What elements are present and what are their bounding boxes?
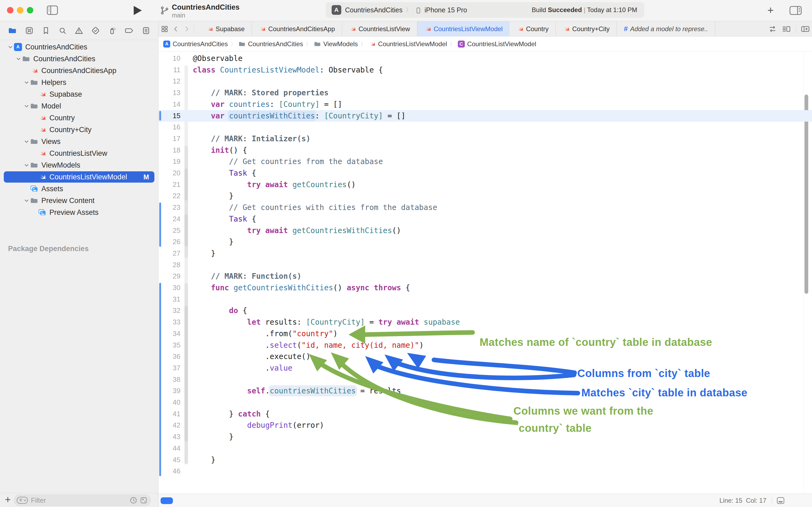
filter-field[interactable]: Filter [14, 495, 151, 506]
sidebar-item-supabase[interactable]: Supabase [0, 88, 158, 100]
sidebar-item-preview-assets[interactable]: Preview Assets [0, 207, 158, 218]
code-line-33[interactable]: let results: [CountryCity] = try await s… [193, 316, 460, 328]
disclosure-chevron-icon[interactable] [15, 56, 22, 62]
package-dependencies-header[interactable]: Package Dependencies [8, 245, 89, 253]
code-line-37[interactable]: .value [193, 362, 292, 374]
tab-countrieslistviewmodel[interactable]: CountriesListViewModel [417, 21, 510, 37]
bookmarks-icon[interactable] [41, 26, 51, 35]
minimap-toggle-icon[interactable] [776, 497, 785, 505]
breadcrumb-item-countriesandcities[interactable]: ACountriesAndCities [163, 40, 228, 48]
scheme-target[interactable]: CountriesAndCities [345, 6, 403, 14]
disclosure-chevron-icon[interactable] [7, 44, 14, 50]
tab-supabase[interactable]: Supabase [199, 21, 252, 37]
code-line-36[interactable]: .execute() [193, 351, 310, 362]
source-control-change-bar[interactable] [159, 283, 161, 476]
tab-countrieslistview[interactable]: CountriesListView [342, 21, 417, 37]
editor-layout-icon[interactable] [789, 5, 802, 15]
code-line-21[interactable]: try await getCountries() [193, 179, 356, 190]
sidebar-item-model[interactable]: Model [0, 100, 158, 112]
sidebar-item-countriesandcitiesapp[interactable]: CountriesAndCitiesApp [0, 65, 158, 76]
code-line-29[interactable]: // MARK: Function(s) [193, 270, 301, 282]
tab-country[interactable]: Country [510, 21, 556, 37]
breadcrumb-item-viewmodels[interactable]: ViewModels [314, 40, 358, 48]
back-icon[interactable] [172, 25, 179, 33]
disclosure-chevron-icon[interactable] [23, 79, 30, 86]
add-file-button[interactable]: + [5, 494, 11, 505]
code-line-13[interactable]: // MARK: Stored properties [193, 87, 329, 99]
sidebar-item-helpers[interactable]: Helpers [0, 76, 158, 88]
disclosure-chevron-icon[interactable] [23, 103, 30, 109]
breadcrumb-item-countrieslistviewmodel[interactable]: CountriesListViewModel [369, 40, 447, 48]
build-status[interactable]: Build Succeeded | Today at 1:10 PM [532, 6, 637, 14]
project-navigator-icon[interactable] [7, 26, 17, 35]
tab-added-a-model-to-represe[interactable]: #Added a model to represe.. [617, 21, 715, 37]
code-line-25[interactable]: try await getCountriesWithCities() [193, 225, 401, 236]
code-line-18[interactable]: init() { [193, 145, 247, 156]
sidebar-item-countrieslistview[interactable]: CountriesListView [0, 148, 158, 159]
code-line-23[interactable]: // Get countries with cities from the da… [193, 202, 437, 213]
sidebar-item-preview-content[interactable]: Preview Content [0, 195, 158, 207]
recent-files-icon[interactable] [129, 496, 137, 504]
breakpoints-navigator-icon[interactable] [124, 26, 134, 35]
fold-ribbon[interactable] [184, 214, 188, 246]
code-line-14[interactable]: var countries: [Country] = [] [193, 99, 342, 110]
tab-country-city[interactable]: Country+City [556, 21, 617, 37]
sidebar-item-countriesandcities[interactable]: CountriesAndCities [0, 53, 158, 65]
code-line-32[interactable]: do { [193, 305, 247, 316]
zoom-window-button[interactable] [27, 7, 33, 13]
code-line-20[interactable]: Task { [193, 167, 256, 179]
scrollbar[interactable] [805, 95, 808, 294]
tests-navigator-icon[interactable] [91, 26, 100, 35]
code-line-39[interactable]: self.countriesWithCities = results [193, 385, 401, 397]
minimize-window-button[interactable] [17, 7, 23, 13]
disclosure-chevron-icon[interactable] [23, 138, 30, 145]
code-line-42[interactable]: debugPrint(error) [193, 419, 324, 431]
scm-filter-icon[interactable] [139, 496, 148, 504]
sidebar-item-assets[interactable]: Assets [0, 183, 158, 195]
sidebar-toggle-icon[interactable] [46, 5, 59, 15]
sidebar-item-viewmodels[interactable]: ViewModels [0, 159, 158, 171]
scheme-device[interactable]: iPhone 15 Pro [424, 6, 467, 14]
fold-ribbon[interactable] [184, 306, 188, 441]
sidebar-item-views[interactable]: Views [0, 135, 158, 148]
scheme-selector[interactable]: A CountriesAndCities 〉 iPhone 15 Pro Bui… [326, 2, 644, 18]
close-window-button[interactable] [7, 7, 13, 13]
code-line-45[interactable]: } [193, 454, 215, 466]
code-editor[interactable]: 10@Observable11class CountriesListViewMo… [159, 52, 812, 494]
code-line-19[interactable]: // Get countries from the database [193, 156, 383, 167]
source-control-icon[interactable] [25, 26, 34, 35]
issues-navigator-icon[interactable] [74, 26, 83, 35]
tab-countriesandcitiesapp[interactable]: CountriesAndCitiesApp [252, 21, 342, 37]
editor-options-icon[interactable] [781, 25, 791, 33]
code-line-27[interactable]: } [193, 247, 215, 259]
breadcrumb-item-countriesandcities[interactable]: CountriesAndCities [238, 40, 303, 48]
code-line-30[interactable]: func getCountriesWithCities() async thro… [193, 282, 410, 293]
forward-icon[interactable] [183, 25, 190, 33]
code-line-43[interactable]: } [193, 431, 234, 443]
code-line-34[interactable]: .from("country") [193, 328, 338, 339]
code-line-24[interactable]: Task { [193, 213, 256, 225]
run-button[interactable] [134, 6, 142, 15]
disclosure-chevron-icon[interactable] [23, 162, 30, 168]
fold-ribbon[interactable] [184, 168, 188, 201]
editor-mode-indicator[interactable] [161, 497, 173, 504]
sidebar-item-country[interactable]: Country [0, 112, 158, 124]
code-line-26[interactable]: } [193, 236, 234, 247]
sidebar-item-countriesandcities[interactable]: ACountriesAndCities [0, 41, 158, 53]
swap-editor-icon[interactable] [768, 25, 777, 33]
sidebar-item-country-city[interactable]: Country+City [0, 124, 158, 135]
find-navigator-icon[interactable] [58, 26, 67, 35]
source-control-change-bar[interactable] [159, 203, 161, 247]
add-editor-icon[interactable] [801, 25, 810, 33]
debug-navigator-icon[interactable] [108, 26, 117, 35]
code-line-35[interactable]: .select("id, name, city(id, name)") [193, 339, 424, 351]
code-line-22[interactable]: } [193, 190, 234, 202]
code-line-11[interactable]: class CountriesListViewModel: Observable… [193, 64, 383, 76]
code-line-10[interactable]: @Observable [193, 53, 242, 64]
code-line-41[interactable]: } catch { [193, 408, 270, 420]
sidebar-item-countrieslistviewmodel[interactable]: CountriesListViewModelM [0, 171, 158, 183]
code-line-15[interactable]: var countriesWithCities: [CountryCity] =… [193, 110, 405, 122]
disclosure-chevron-icon[interactable] [23, 198, 30, 204]
reports-navigator-icon[interactable] [141, 26, 151, 35]
tab-overview-icon[interactable] [161, 25, 169, 33]
